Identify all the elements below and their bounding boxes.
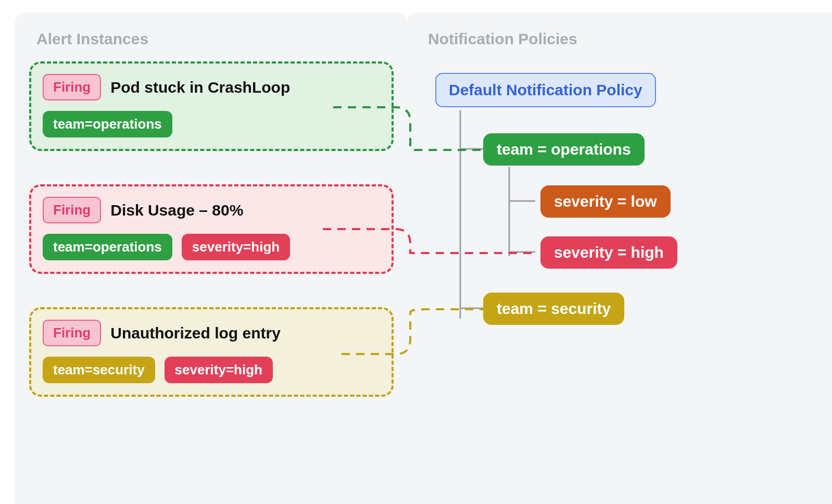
alert-instances-panel: Alert Instances Firing Pod stuck in Cras… — [15, 12, 408, 504]
alert-card: Firing Pod stuck in CrashLoop team=opera… — [29, 61, 394, 151]
status-badge: Firing — [43, 320, 101, 346]
alert-instances-title: Alert Instances — [36, 30, 394, 48]
label-tag: severity=high — [165, 357, 273, 383]
status-badge: Firing — [43, 74, 101, 100]
notification-policies-title: Notification Policies — [428, 30, 830, 48]
label-tag: team=operations — [43, 111, 172, 137]
alert-card: Firing Disk Usage – 80% team=operations … — [29, 184, 394, 274]
policy-node-severity-low: severity = low — [540, 185, 671, 218]
notification-policies-panel: Notification Policies Default Notificati… — [406, 12, 832, 504]
label-tag: team=security — [43, 357, 155, 383]
alert-name: Pod stuck in CrashLoop — [110, 79, 290, 96]
alert-name: Disk Usage – 80% — [110, 201, 243, 219]
label-tag: team=operations — [43, 234, 172, 260]
diagram-stage: Alert Instances Firing Pod stuck in Cras… — [0, 0, 832, 504]
policy-node-severity-high: severity = high — [540, 236, 677, 269]
label-tag: severity=high — [182, 234, 290, 260]
policy-root-node: Default Notification Policy — [435, 73, 656, 107]
policy-node-team-operations: team = operations — [483, 133, 645, 166]
alert-card: Firing Unauthorized log entry team=secur… — [29, 307, 394, 397]
alert-name: Unauthorized log entry — [110, 324, 281, 342]
status-badge: Firing — [43, 197, 101, 223]
policy-node-team-security: team = security — [483, 293, 624, 325]
